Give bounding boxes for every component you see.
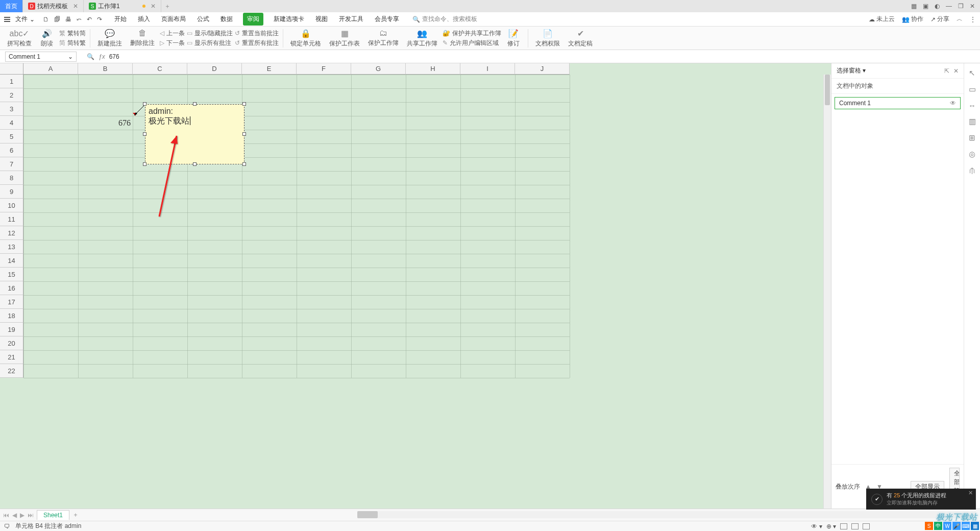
resize-handle[interactable] bbox=[193, 102, 197, 106]
system-notification[interactable]: ✕ ✔ 有 25 个无用的残留进程 立即加速释放电脑内存 bbox=[866, 489, 976, 510]
tray-icon[interactable]: ▦ bbox=[971, 522, 979, 530]
col-header-J[interactable]: J bbox=[515, 63, 570, 75]
print-preview-icon[interactable]: ⤺ bbox=[77, 16, 82, 23]
select-all-corner[interactable] bbox=[0, 63, 23, 75]
row-header-2[interactable]: 2 bbox=[0, 88, 23, 102]
share-workbook-button[interactable]: 👥共享工作簿 bbox=[404, 28, 440, 49]
trad-to-simp-button[interactable]: 繁繁转简 bbox=[59, 29, 86, 38]
row-header-21[interactable]: 21 bbox=[0, 350, 23, 364]
row-header-15[interactable]: 15 bbox=[0, 268, 23, 281]
resize-handle[interactable] bbox=[242, 102, 246, 106]
lock-cell-button[interactable]: 🔒锁定单元格 bbox=[287, 28, 324, 49]
prev-comment-button[interactable]: ◁上一条 bbox=[160, 29, 185, 38]
tab-home[interactable]: 首页 bbox=[0, 0, 23, 12]
chevron-down-icon[interactable]: ⌄ bbox=[68, 53, 73, 60]
new-icon[interactable]: 🗋 bbox=[43, 16, 49, 23]
resize-handle[interactable] bbox=[242, 132, 246, 136]
side-icon-3[interactable]: ▥ bbox=[969, 117, 976, 126]
row-header-8[interactable]: 8 bbox=[0, 171, 23, 185]
col-header-D[interactable]: D bbox=[187, 63, 242, 75]
tray-icon[interactable]: 🎤 bbox=[952, 522, 961, 530]
search-icon[interactable]: 🔍 bbox=[87, 53, 94, 60]
pin-icon[interactable]: ⇱ bbox=[944, 67, 949, 75]
print-icon[interactable]: 🖶 bbox=[65, 16, 71, 23]
reset-all-comments-button[interactable]: ↺重置所有批注 bbox=[235, 39, 279, 47]
search-command[interactable]: 🔍 查找命令、搜索模板 bbox=[412, 15, 477, 23]
col-header-F[interactable]: F bbox=[297, 63, 351, 75]
resize-handle[interactable] bbox=[242, 162, 246, 166]
tab-data[interactable]: 数据 bbox=[219, 13, 234, 26]
focus-mode-icon[interactable]: ⊕ ▾ bbox=[826, 523, 836, 530]
avatar-icon[interactable]: ◐ bbox=[935, 3, 940, 10]
layout-icon[interactable]: ▦ bbox=[911, 3, 917, 10]
simp-to-trad-button[interactable]: 简简转繁 bbox=[59, 39, 86, 47]
collapse-ribbon-icon[interactable]: ︿ bbox=[957, 15, 963, 23]
side-icon-6[interactable]: ⫛ bbox=[968, 166, 976, 175]
delete-comment-button[interactable]: 🗑删除批注 bbox=[127, 28, 158, 49]
track-changes-button[interactable]: 📝修订 bbox=[503, 28, 524, 49]
file-menu[interactable]: 文件⌄ bbox=[13, 14, 37, 25]
add-sheet-icon[interactable]: ＋ bbox=[72, 511, 79, 519]
cell-b4[interactable]: 676 bbox=[78, 116, 133, 130]
tab-custom[interactable]: 新建选项卡 bbox=[273, 13, 305, 26]
cells-area[interactable]: 676 admin: 极光下载站 bbox=[23, 75, 570, 378]
row-header-4[interactable]: 4 bbox=[0, 116, 23, 130]
close-icon[interactable]: ✕ bbox=[151, 3, 156, 10]
vertical-scrollbar[interactable] bbox=[823, 75, 831, 509]
tab-formula[interactable]: 公式 bbox=[196, 13, 210, 26]
spreadsheet-grid[interactable]: ABCDEFGHIJ 12345678910111213141516171819… bbox=[0, 63, 831, 509]
row-header-22[interactable]: 22 bbox=[0, 364, 23, 378]
allow-edit-button[interactable]: ✎允许用户编辑区域 bbox=[443, 39, 501, 47]
row-header-10[interactable]: 10 bbox=[0, 199, 23, 212]
read-button[interactable]: 🔊朗读 bbox=[37, 28, 57, 49]
col-header-H[interactable]: H bbox=[406, 63, 460, 75]
scrollbar-thumb[interactable] bbox=[357, 511, 378, 518]
row-header-1[interactable]: 1 bbox=[0, 75, 23, 88]
close-pane-icon[interactable]: ✕ bbox=[953, 67, 959, 75]
break-view-icon[interactable] bbox=[863, 523, 870, 529]
row-header-19[interactable]: 19 bbox=[0, 323, 23, 336]
tab-start[interactable]: 开始 bbox=[113, 13, 128, 26]
tray-icon[interactable]: W bbox=[943, 522, 951, 530]
protect-share-button[interactable]: 🔐保护并共享工作簿 bbox=[443, 29, 501, 38]
resize-handle[interactable] bbox=[193, 162, 197, 166]
maximize-icon[interactable]: ❐ bbox=[958, 3, 964, 10]
reset-current-comment-button[interactable]: ↺重置当前批注 bbox=[235, 29, 279, 38]
close-icon[interactable]: ✕ bbox=[73, 3, 78, 10]
resize-handle[interactable] bbox=[143, 102, 146, 106]
coop-button[interactable]: 👥 协作 bbox=[902, 15, 923, 23]
more-icon[interactable]: ⋮ bbox=[970, 16, 976, 23]
sheet-first-icon[interactable]: ⏮ bbox=[3, 512, 9, 519]
tab-review[interactable]: 审阅 bbox=[243, 13, 263, 26]
row-header-11[interactable]: 11 bbox=[0, 212, 23, 226]
comment-body[interactable]: 极光下载站 bbox=[149, 116, 241, 127]
col-header-I[interactable]: I bbox=[460, 63, 515, 75]
showhide-comment-button[interactable]: ▭显示/隐藏批注 bbox=[187, 29, 233, 38]
tab-devtools[interactable]: 开发工具 bbox=[338, 13, 364, 26]
side-icon-1[interactable]: ▭ bbox=[969, 85, 976, 94]
eye-mode-icon[interactable]: 👁 ▾ bbox=[811, 523, 822, 530]
horizontal-scrollbar[interactable] bbox=[357, 511, 976, 518]
object-item-comment1[interactable]: Comment 1👁 bbox=[835, 97, 961, 109]
row-header-17[interactable]: 17 bbox=[0, 295, 23, 309]
next-comment-button[interactable]: ▷下一条 bbox=[160, 39, 185, 47]
row-header-13[interactable]: 13 bbox=[0, 240, 23, 254]
tab-pagelayout[interactable]: 页面布局 bbox=[160, 13, 187, 26]
tray-icon[interactable]: 中 bbox=[934, 522, 942, 530]
fx-icon[interactable]: ƒx bbox=[99, 53, 105, 60]
hamburger-icon[interactable] bbox=[4, 17, 10, 22]
protect-sheet-button[interactable]: ▦保护工作表 bbox=[326, 28, 363, 49]
row-header-7[interactable]: 7 bbox=[0, 157, 23, 171]
doc-permission-button[interactable]: 📄文档权限 bbox=[532, 28, 563, 49]
tray-icon[interactable]: S bbox=[925, 522, 933, 530]
name-box[interactable]: Comment 1⌄ bbox=[5, 52, 77, 62]
tab-member[interactable]: 会员专享 bbox=[374, 13, 400, 26]
sheet-last-icon[interactable]: ⏭ bbox=[28, 512, 34, 519]
row-header-6[interactable]: 6 bbox=[0, 143, 23, 157]
col-header-E[interactable]: E bbox=[242, 63, 297, 75]
row-header-5[interactable]: 5 bbox=[0, 130, 23, 143]
row-header-16[interactable]: 16 bbox=[0, 281, 23, 295]
apps-icon[interactable]: ▣ bbox=[923, 3, 928, 10]
row-header-20[interactable]: 20 bbox=[0, 336, 23, 350]
page-view-icon[interactable] bbox=[851, 523, 859, 529]
